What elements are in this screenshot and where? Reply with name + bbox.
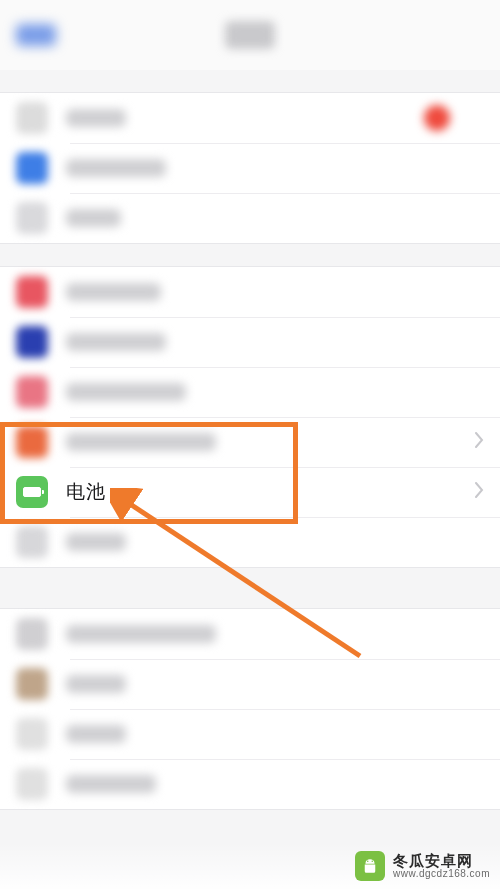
row-label-blurred	[66, 283, 161, 301]
app-icon-blurred	[16, 618, 48, 650]
settings-row-blurred[interactable]	[0, 659, 500, 709]
settings-list-block-1	[0, 92, 500, 244]
row-label-blurred	[66, 333, 166, 351]
svg-point-1	[367, 860, 369, 862]
row-label-blurred	[66, 383, 186, 401]
settings-row-blurred[interactable]	[0, 193, 500, 243]
app-icon-blurred	[16, 326, 48, 358]
settings-list-block-3	[0, 608, 500, 810]
settings-header	[0, 0, 500, 70]
watermark-name: 冬瓜安卓网	[393, 853, 490, 869]
settings-row-blurred[interactable]	[0, 417, 500, 467]
watermark: 冬瓜安卓网 www.dgcdz168.com	[0, 843, 500, 889]
battery-icon	[16, 476, 48, 508]
svg-point-2	[372, 860, 374, 862]
row-label-blurred	[66, 675, 126, 693]
row-label-blurred	[66, 109, 126, 127]
notification-badge-blurred	[424, 105, 450, 131]
app-icon-blurred	[16, 526, 48, 558]
settings-row-blurred[interactable]	[0, 317, 500, 367]
row-label-blurred	[66, 775, 156, 793]
row-label-blurred	[66, 209, 121, 227]
settings-row-blurred[interactable]	[0, 267, 500, 317]
watermark-logo-icon	[355, 851, 385, 881]
settings-row-blurred[interactable]	[0, 709, 500, 759]
app-icon-blurred	[16, 718, 48, 750]
settings-row-blurred[interactable]	[0, 609, 500, 659]
row-label-blurred	[66, 725, 126, 743]
watermark-url: www.dgcdz168.com	[393, 869, 490, 880]
app-icon-blurred	[16, 152, 48, 184]
row-label-blurred	[66, 625, 216, 643]
settings-row-blurred[interactable]	[0, 93, 500, 143]
page-title-blurred	[225, 21, 275, 49]
settings-list-block-2: 电池	[0, 266, 500, 568]
row-label-blurred	[66, 533, 126, 551]
chevron-right-icon	[475, 482, 484, 502]
settings-row-blurred[interactable]	[0, 143, 500, 193]
app-icon-blurred	[16, 768, 48, 800]
settings-row-blurred[interactable]	[0, 367, 500, 417]
row-label-blurred	[66, 159, 166, 177]
app-icon-blurred	[16, 668, 48, 700]
app-icon-blurred	[16, 426, 48, 458]
app-icon-blurred	[16, 276, 48, 308]
app-icon-blurred	[16, 202, 48, 234]
battery-row[interactable]: 电池	[0, 467, 500, 517]
settings-row-blurred[interactable]	[0, 759, 500, 809]
app-icon-blurred	[16, 376, 48, 408]
settings-row-blurred[interactable]	[0, 517, 500, 567]
chevron-right-icon	[475, 432, 484, 452]
app-icon-blurred	[16, 102, 48, 134]
back-button-blurred	[16, 24, 56, 46]
battery-row-label: 电池	[66, 479, 106, 505]
row-label-blurred	[66, 433, 216, 451]
